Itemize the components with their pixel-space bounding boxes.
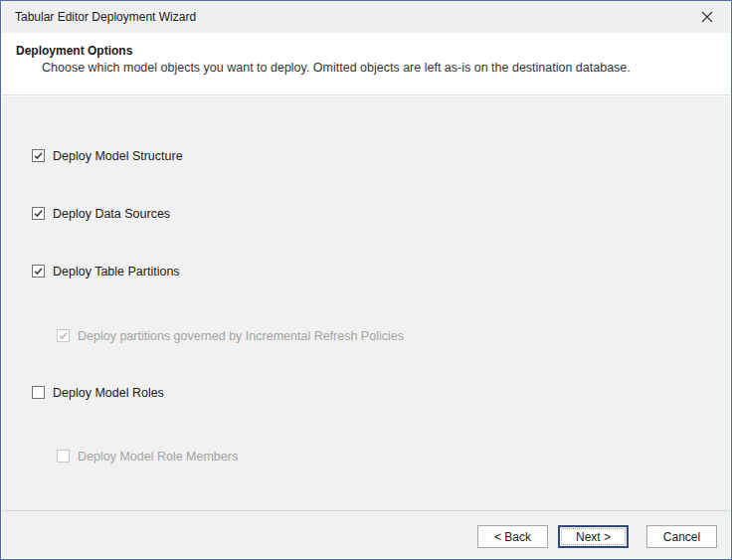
checkbox-checked-icon[interactable] xyxy=(32,265,45,278)
page-title: Deployment Options xyxy=(16,44,132,58)
option-row: Deploy Model Structure xyxy=(32,148,183,163)
option-row: Deploy Model Roles xyxy=(32,385,164,400)
options-panel: Deploy Model StructureDeploy Data Source… xyxy=(2,96,730,512)
checkbox-checked-icon[interactable] xyxy=(32,207,45,220)
footer-bar: < BackNext >Cancel xyxy=(2,510,730,558)
window-title: Tabular Editor Deployment Wizard xyxy=(2,10,196,24)
back-button[interactable]: < Back xyxy=(477,525,548,548)
next-button[interactable]: Next > xyxy=(558,525,629,548)
deployment-wizard-window: Tabular Editor Deployment Wizard Deploym… xyxy=(0,0,732,560)
option-label[interactable]: Deploy Table Partitions xyxy=(53,265,180,279)
close-icon[interactable] xyxy=(684,1,730,33)
option-row: Deploy partitions governed by Incrementa… xyxy=(57,328,404,343)
checkbox-unchecked-icon xyxy=(57,450,70,463)
cancel-button[interactable]: Cancel xyxy=(646,525,717,548)
option-label[interactable]: Deploy Data Sources xyxy=(53,207,170,221)
titlebar[interactable]: Tabular Editor Deployment Wizard xyxy=(2,1,730,33)
option-row: Deploy Model Role Members xyxy=(57,449,238,464)
option-row: Deploy Data Sources xyxy=(32,206,170,221)
option-label: Deploy Model Role Members xyxy=(78,450,238,464)
page-description: Choose which model objects you want to d… xyxy=(42,61,631,75)
option-row: Deploy Table Partitions xyxy=(32,264,180,279)
checkbox-checked-icon xyxy=(57,329,70,342)
option-label[interactable]: Deploy Model Roles xyxy=(53,386,164,400)
option-label: Deploy partitions governed by Incrementa… xyxy=(78,329,404,343)
checkbox-unchecked-icon[interactable] xyxy=(32,386,45,399)
checkbox-checked-icon[interactable] xyxy=(32,149,45,162)
wizard-header: Deployment Options Choose which model ob… xyxy=(2,33,730,95)
option-label[interactable]: Deploy Model Structure xyxy=(53,149,183,163)
